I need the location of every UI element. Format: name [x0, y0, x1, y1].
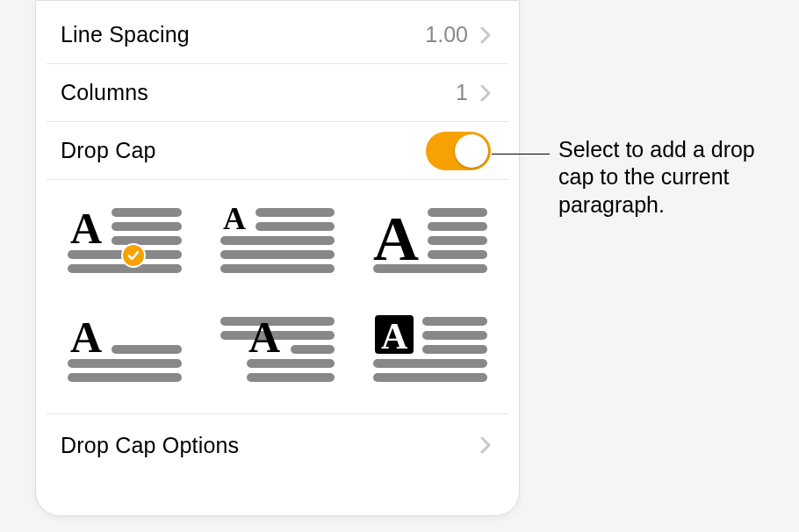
drop-cap-style-5[interactable]: A	[220, 312, 335, 391]
line-spacing-label: Line Spacing	[61, 22, 190, 47]
svg-rect-2	[112, 222, 182, 231]
svg-rect-7	[256, 208, 335, 217]
svg-rect-3	[112, 236, 182, 245]
svg-rect-1	[112, 208, 182, 217]
svg-text:A: A	[248, 313, 280, 362]
columns-right: 1	[456, 80, 491, 105]
drop-cap-options-right	[480, 436, 491, 454]
line-spacing-row[interactable]: Line Spacing 1.00	[47, 6, 508, 64]
chevron-right-icon	[480, 436, 491, 454]
svg-rect-15	[428, 236, 487, 245]
columns-label: Columns	[61, 80, 148, 105]
toggle-knob	[455, 134, 488, 168]
svg-rect-17	[373, 264, 487, 273]
svg-rect-32	[422, 345, 487, 354]
svg-rect-33	[373, 359, 487, 368]
drop-cap-toggle[interactable]	[426, 132, 491, 170]
drop-cap-style-2-icon: A	[220, 203, 335, 282]
drop-cap-style-5-icon: A	[220, 312, 335, 391]
drop-cap-right	[426, 132, 491, 170]
drop-cap-options-label: Drop Cap Options	[61, 433, 239, 458]
svg-rect-26	[247, 359, 335, 368]
drop-cap-style-3-icon: A	[373, 203, 487, 282]
columns-value: 1	[456, 80, 468, 105]
svg-rect-5	[68, 264, 182, 273]
drop-cap-row: Drop Cap	[47, 122, 508, 180]
drop-cap-style-1[interactable]: A	[68, 203, 182, 282]
format-panel: Line Spacing 1.00 Columns 1 Drop Cap	[35, 0, 520, 516]
svg-text:A: A	[373, 204, 419, 274]
panel-inner: Line Spacing 1.00 Columns 1 Drop Cap	[47, 6, 508, 507]
svg-rect-9	[220, 236, 335, 245]
svg-rect-21	[68, 373, 182, 382]
drop-cap-style-1-icon: A	[68, 203, 182, 282]
drop-cap-style-4-icon: A	[68, 312, 182, 391]
callout-leader-line	[492, 154, 550, 155]
chevron-right-icon	[480, 26, 491, 44]
svg-text:A: A	[381, 316, 408, 356]
line-spacing-value: 1.00	[425, 22, 468, 47]
svg-rect-8	[256, 222, 335, 231]
callout-text: Select to add a drop cap to the current …	[558, 136, 787, 219]
svg-rect-20	[68, 359, 182, 368]
chevron-right-icon	[480, 84, 491, 102]
svg-rect-34	[373, 373, 487, 382]
svg-rect-13	[428, 208, 487, 217]
drop-cap-options-row[interactable]: Drop Cap Options	[47, 414, 508, 476]
svg-text:A: A	[70, 313, 102, 362]
svg-rect-19	[112, 345, 182, 354]
svg-rect-31	[422, 331, 487, 340]
svg-rect-25	[291, 345, 335, 354]
drop-cap-label: Drop Cap	[61, 138, 156, 163]
drop-cap-styles-grid: A A	[47, 180, 508, 414]
drop-cap-style-3[interactable]: A	[373, 203, 487, 282]
line-spacing-right: 1.00	[425, 22, 491, 47]
svg-rect-30	[422, 317, 487, 326]
columns-row[interactable]: Columns 1	[47, 64, 508, 122]
svg-rect-14	[428, 222, 487, 231]
drop-cap-style-2[interactable]: A	[220, 203, 335, 282]
svg-rect-27	[247, 373, 335, 382]
svg-rect-10	[220, 250, 335, 259]
selected-check-icon	[121, 243, 146, 268]
drop-cap-style-6-icon: A	[373, 312, 487, 391]
svg-text:A: A	[223, 203, 246, 236]
drop-cap-style-4[interactable]: A	[68, 312, 182, 391]
svg-text:A: A	[70, 204, 102, 253]
svg-rect-16	[428, 250, 487, 259]
drop-cap-style-6[interactable]: A	[373, 312, 487, 391]
svg-rect-11	[220, 264, 335, 273]
